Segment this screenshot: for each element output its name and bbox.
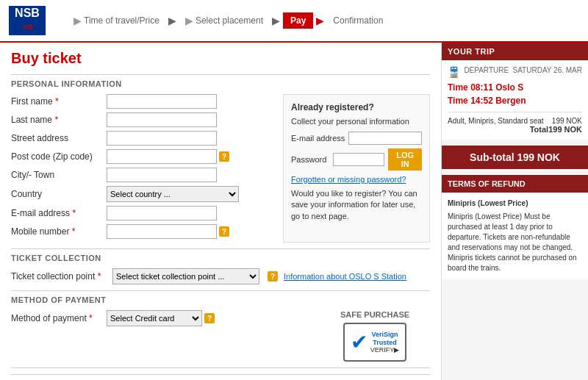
- mobile-row: Mobile number * ?: [11, 224, 268, 239]
- first-name-input[interactable]: [107, 94, 217, 109]
- trip-date: SATURDAY 26. MAR: [513, 66, 582, 78]
- personal-form: First name * Last name * Street address: [11, 94, 268, 243]
- ticket-type: Adult, Minipris, Standard seat: [448, 117, 544, 125]
- post-code-help-icon[interactable]: ?: [219, 151, 229, 162]
- payment-method-label: Method of payment *: [11, 313, 107, 323]
- logo-text: NSB: [15, 7, 40, 19]
- login-button[interactable]: LOG IN: [388, 148, 422, 171]
- logo-arrow: ⇒: [21, 19, 34, 34]
- post-code-input[interactable]: [107, 149, 217, 164]
- total-label: Total: [530, 125, 548, 134]
- payment-left: Method of payment * Select Credit card ?: [11, 310, 320, 330]
- personal-info-section-title: PERSONAL INFORMATION: [11, 74, 430, 88]
- departure-row: 🚆 DEPARTURE SATURDAY 26. MAR: [448, 66, 582, 78]
- registered-subtitle: Collect your personal information: [291, 117, 422, 126]
- trip-body: 🚆 DEPARTURE SATURDAY 26. MAR Time 08:11 …: [442, 60, 588, 140]
- ticket-price-row: Adult, Minipris, Standard seat 199 NOK: [448, 117, 582, 125]
- oslo-station-link[interactable]: Information about OSLO S Station: [284, 272, 406, 281]
- reg-email-row: E-mail address: [291, 132, 422, 145]
- left-panel: Buy ticket PERSONAL INFORMATION First na…: [0, 43, 441, 380]
- payment-right: SAFE PURCHASE ✔ VeriSignTrusted VERIFY▶: [320, 310, 430, 362]
- payment-section-title: METHOD OF PAYMENT: [11, 290, 430, 304]
- street-address-input[interactable]: [107, 131, 217, 146]
- refund-description: Minipris (Lowest Price) Must be purchase…: [448, 212, 582, 273]
- post-code-row: Post code (Zip code) ?: [11, 149, 268, 164]
- progress-bar: ▶ Time of travel/Price ▶ ▶ Select placem…: [68, 12, 389, 29]
- forgot-password-link[interactable]: Forgotten or missing password?: [291, 175, 406, 184]
- verisign-seal[interactable]: ✔ VeriSignTrusted VERIFY▶: [343, 323, 407, 362]
- post-code-label: Post code (Zip code): [11, 151, 107, 162]
- train-icon: 🚆: [448, 66, 460, 78]
- total-price: 199 NOK: [548, 125, 582, 134]
- first-name-row: First name *: [11, 94, 268, 109]
- step-arrow-2: ▶: [272, 15, 280, 26]
- last-name-label: Last name *: [11, 115, 107, 125]
- city-input[interactable]: [107, 168, 217, 182]
- first-name-label: First name *: [11, 96, 107, 107]
- refund-body: Minipris (Lowest Price) Minipris (Lowest…: [442, 193, 588, 279]
- last-name-input[interactable]: [107, 112, 217, 127]
- your-trip-header: YOUR TRIP: [442, 43, 588, 60]
- mobile-label: Mobile number *: [11, 226, 107, 237]
- reg-email-input[interactable]: [348, 132, 422, 145]
- last-name-row: Last name *: [11, 112, 268, 127]
- reg-password-input[interactable]: [333, 153, 384, 166]
- city-label: City/- Town: [11, 170, 107, 180]
- step-arrow-3: ▶: [316, 15, 324, 26]
- verisign-label: VeriSignTrusted: [370, 331, 400, 347]
- step-time[interactable]: ▶ Time of travel/Price: [68, 12, 165, 29]
- form-grid: First name * Last name * Street address: [11, 94, 430, 243]
- step-pay[interactable]: Pay: [283, 12, 313, 29]
- street-address-label: Street address: [11, 133, 107, 143]
- country-label: Country: [11, 189, 107, 199]
- email-row: E-mail address *: [11, 206, 268, 221]
- verisign-verify: VERIFY▶: [370, 346, 400, 354]
- safe-purchase-title: SAFE PURCHASE: [320, 310, 430, 319]
- registered-title: Already registered?: [291, 102, 422, 112]
- step-arrow-1: ▶: [168, 15, 176, 26]
- subtotal-box: Sub-total 199 NOK: [442, 146, 588, 169]
- main-content: Buy ticket PERSONAL INFORMATION First na…: [0, 43, 588, 380]
- country-row: Country Select country ... Norway Sweden…: [11, 186, 268, 202]
- departure-label: DEPARTURE: [464, 66, 509, 78]
- terms-section: PURCHASE TERMS AND CONDITIONS I have rea…: [11, 368, 430, 380]
- payment-row: Method of payment * Select Credit card ?…: [11, 310, 430, 362]
- street-address-row: Street address: [11, 131, 268, 146]
- verisign-check-icon: ✔: [351, 330, 368, 354]
- refund-header: TERMS OF REFUND: [442, 175, 588, 193]
- total-row: Total 199 NOK: [448, 125, 582, 134]
- reg-email-label: E-mail address: [291, 134, 348, 143]
- step-placement[interactable]: ▶ Select placement: [179, 12, 269, 29]
- register-text: Would you like to register? You can save…: [291, 188, 422, 222]
- right-panel: YOUR TRIP 🚆 DEPARTURE SATURDAY 26. MAR T…: [441, 43, 588, 380]
- city-row: City/- Town: [11, 168, 268, 182]
- header: NSB ⇒ ▶ Time of travel/Price ▶ ▶ Select …: [0, 0, 588, 43]
- terms-section-title: PURCHASE TERMS AND CONDITIONS: [11, 374, 430, 380]
- refund-title: Minipris (Lowest Price): [448, 198, 582, 209]
- page-title: Buy ticket: [11, 50, 430, 67]
- ticket-price: 199 NOK: [552, 117, 582, 125]
- email-input[interactable]: [107, 206, 217, 221]
- nsb-logo: NSB ⇒: [9, 6, 46, 35]
- departure-time: Time 08:11 Oslo S: [448, 81, 582, 94]
- arrival-time: Time 14:52 Bergen: [448, 94, 582, 107]
- ticket-collection-select[interactable]: Select ticket collection point ...: [112, 268, 259, 284]
- ticket-collection-row: Ticket collection point * Select ticket …: [11, 268, 430, 284]
- mobile-input[interactable]: [107, 224, 217, 239]
- ticket-collection-label: Ticket collection point *: [11, 271, 107, 282]
- payment-method-select[interactable]: Select Credit card: [107, 310, 202, 326]
- divider: [448, 112, 582, 112]
- email-label: E-mail address *: [11, 208, 107, 218]
- ticket-help-icon[interactable]: ?: [268, 271, 278, 282]
- step-confirmation[interactable]: Confirmation: [327, 12, 389, 29]
- payment-method-row: Method of payment * Select Credit card ?: [11, 310, 320, 326]
- reg-password-label: Password: [291, 155, 333, 164]
- country-select[interactable]: Select country ... Norway Sweden Denmark: [107, 186, 239, 202]
- reg-password-row: Password LOG IN: [291, 148, 422, 171]
- mobile-help-icon[interactable]: ?: [219, 226, 229, 237]
- ticket-collection-title: TICKET COLLECTION: [11, 248, 430, 262]
- payment-help-icon[interactable]: ?: [204, 313, 215, 323]
- already-registered-box: Already registered? Collect your persona…: [283, 94, 430, 243]
